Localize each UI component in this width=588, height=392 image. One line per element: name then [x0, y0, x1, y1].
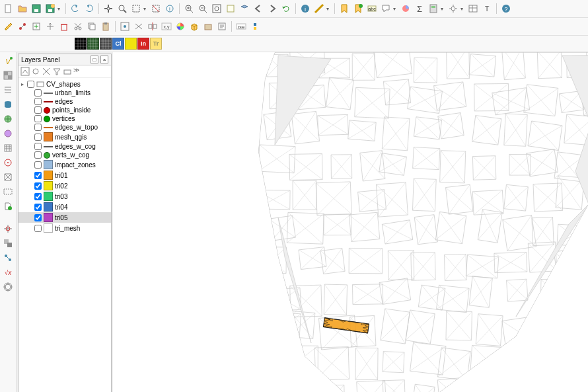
swatch-4[interactable]	[125, 38, 137, 50]
refresh-icon[interactable]	[279, 2, 293, 15]
zoom-next-icon[interactable]	[266, 2, 279, 15]
layer-checkbox[interactable]	[34, 89, 42, 97]
layer-tri02[interactable]: tri02	[18, 180, 111, 191]
help-icon[interactable]: ?	[499, 2, 513, 15]
swatch-3[interactable]: Cl	[112, 38, 124, 50]
split-icon[interactable]	[146, 20, 159, 33]
layer-checkbox[interactable]	[34, 172, 42, 179]
csw-icon[interactable]: csw	[235, 20, 248, 33]
layer-checkbox[interactable]	[34, 124, 42, 131]
layer-checkbox[interactable]	[34, 193, 42, 200]
pan-icon[interactable]	[102, 2, 115, 15]
identify-icon[interactable]: i	[163, 2, 176, 15]
zoom-selection-icon[interactable]	[224, 2, 237, 15]
dropdown-arrow-icon[interactable]: ▾	[393, 6, 398, 12]
add-vector-icon[interactable]: V	[2, 55, 14, 67]
align-raster-icon[interactable]	[2, 237, 14, 249]
diagram-icon[interactable]	[399, 2, 412, 15]
deselect-icon[interactable]	[149, 2, 163, 15]
expand-all-icon[interactable]	[42, 67, 51, 76]
mesh-icon[interactable]	[2, 171, 14, 183]
zoom-extent-icon[interactable]	[116, 2, 129, 15]
layer-checkbox[interactable]	[34, 182, 42, 190]
style-preset-icon[interactable]	[20, 67, 30, 76]
layer-checkbox[interactable]	[34, 115, 42, 122]
gps-icon[interactable]	[2, 157, 14, 169]
swatch-2[interactable]	[100, 38, 112, 50]
panel-close-button[interactable]: ×	[100, 56, 108, 63]
add-postgis-icon[interactable]	[2, 98, 14, 110]
layer-tri03[interactable]: tri03	[18, 191, 111, 202]
coord-capture-icon[interactable]	[2, 223, 14, 235]
annotation-icon[interactable]	[379, 2, 392, 15]
panel-float-button[interactable]: □	[91, 56, 98, 63]
layer-checkbox[interactable]	[34, 161, 42, 169]
layer-vertices[interactable]: vertices	[18, 114, 111, 123]
info-icon[interactable]: i	[299, 2, 312, 15]
save-icon[interactable]	[30, 2, 43, 15]
layer-checkbox[interactable]	[34, 214, 42, 221]
sigma-icon[interactable]: Σ	[413, 2, 426, 15]
add-feature-icon[interactable]	[30, 20, 43, 33]
layer-edges_w_topo[interactable]: edges_w_topo	[18, 123, 111, 132]
measure-icon[interactable]	[312, 2, 326, 15]
labels-icon[interactable]: abc	[365, 2, 379, 15]
virtual-icon[interactable]	[2, 186, 14, 198]
layer-checkbox[interactable]	[34, 143, 42, 150]
python-icon[interactable]	[248, 20, 262, 33]
copy-icon[interactable]	[85, 20, 98, 33]
layer-tri04[interactable]: tri04	[18, 202, 111, 212]
layer-edges_w_cog[interactable]: edges_w_cog	[18, 142, 111, 151]
funnel-icon[interactable]	[52, 67, 61, 76]
layer-group-checkbox[interactable]	[27, 81, 34, 88]
zoom-last-icon[interactable]	[252, 2, 265, 15]
dropdown-arrow-icon[interactable]: ▾	[57, 6, 63, 12]
layer-tri_mesh[interactable]: tri_mesh	[18, 223, 111, 233]
edit-pencil-icon[interactable]	[2, 20, 15, 33]
layer-impact_zones[interactable]: impact_zones	[18, 159, 111, 170]
add-wfs-icon[interactable]	[2, 128, 14, 139]
dropdown-arrow-icon[interactable]: ▾	[143, 6, 149, 12]
panel-menu-icon[interactable]: ≫	[73, 67, 79, 76]
layer-checkbox[interactable]	[34, 204, 42, 211]
swatch-1[interactable]	[87, 38, 99, 50]
bookmark-icon[interactable]	[338, 2, 351, 15]
layer-urban_limits[interactable]: urban_limits	[18, 89, 111, 97]
new-file-icon[interactable]	[2, 2, 15, 15]
layer-group-cv-shapes[interactable]: ▸ CV_shapes	[18, 79, 111, 89]
zoom-out-icon[interactable]	[196, 2, 209, 15]
undo-icon[interactable]	[69, 2, 82, 15]
statistics-icon[interactable]: √x	[2, 266, 14, 278]
dropdown-arrow-icon[interactable]: ▾	[460, 6, 466, 12]
select-icon[interactable]	[129, 2, 143, 15]
layer-checkbox[interactable]	[34, 225, 42, 232]
layer-checkbox[interactable]	[34, 106, 42, 114]
vertex-tool-icon[interactable]	[118, 20, 131, 33]
settings-icon[interactable]	[447, 2, 460, 15]
zoom-in-icon[interactable]	[182, 2, 196, 15]
save-as-icon[interactable]	[44, 2, 57, 15]
layer-checkbox[interactable]	[34, 98, 42, 105]
layer-verts_w_cog[interactable]: verts_w_cog	[18, 151, 111, 159]
add-wms-icon[interactable]	[2, 113, 14, 125]
layer-tri01[interactable]: tri01	[18, 170, 111, 180]
layer-tri05[interactable]: tri05	[18, 212, 111, 223]
processing-icon[interactable]	[2, 281, 14, 293]
add-raster-icon[interactable]	[2, 69, 14, 81]
table-icon[interactable]	[466, 2, 480, 15]
add-delimited-icon[interactable]: ,	[2, 84, 14, 96]
topology-icon[interactable]	[2, 252, 14, 264]
zoom-layer-icon[interactable]	[238, 2, 251, 15]
add-csv-icon[interactable]	[2, 142, 14, 154]
xy-icon[interactable]: x,y	[160, 20, 173, 33]
dropdown-arrow-icon[interactable]: ▾	[441, 6, 446, 12]
edit-node-icon[interactable]	[16, 20, 29, 33]
layer-checkbox[interactable]	[34, 151, 42, 159]
calculator-icon[interactable]	[427, 2, 440, 15]
open-folder-icon[interactable]	[16, 2, 29, 15]
map-canvas[interactable]	[113, 52, 588, 392]
new-shapefile-icon[interactable]	[2, 200, 14, 212]
cut-icon[interactable]	[71, 20, 85, 33]
swatch-5[interactable]: In	[137, 38, 149, 50]
delete-feature-icon[interactable]	[57, 20, 71, 33]
